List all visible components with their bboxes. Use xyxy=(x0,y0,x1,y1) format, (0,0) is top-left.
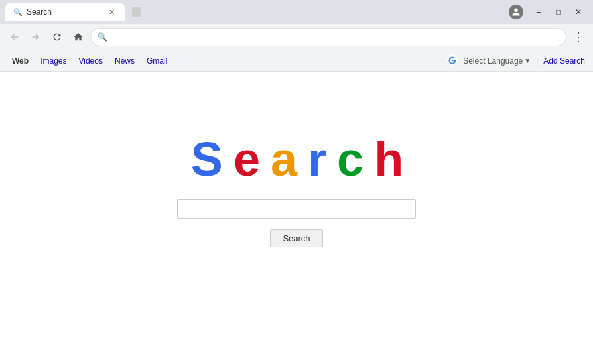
main-content: S e a r c h Search xyxy=(0,72,593,364)
svg-rect-0 xyxy=(132,7,141,17)
more-options-button[interactable]: ⋮ xyxy=(569,28,588,46)
browser-tab[interactable]: 🔍 Search ✕ xyxy=(5,3,125,21)
search-box-container: Search xyxy=(177,199,416,247)
nav-link-web: Web xyxy=(8,54,33,68)
nav-link-news[interactable]: News xyxy=(111,54,139,68)
address-search-icon: 🔍 xyxy=(98,32,107,42)
profile-button[interactable] xyxy=(507,3,525,21)
tab-title: Search xyxy=(27,7,52,17)
nav-link-videos[interactable]: Videos xyxy=(74,54,106,68)
navigation-bar: 🔍 ⋮ xyxy=(0,24,593,50)
select-language-button[interactable]: Select Language ▼ xyxy=(463,56,531,66)
back-button[interactable] xyxy=(5,28,24,46)
logo-letter-c: c xyxy=(337,133,362,186)
add-search-link[interactable]: Add Search xyxy=(543,56,585,66)
minimize-button[interactable]: – xyxy=(529,3,548,21)
logo-letter-s: S xyxy=(191,133,222,186)
logo: S e a r c h xyxy=(191,135,402,183)
window-controls: – □ ✕ xyxy=(507,3,588,21)
bookmarks-right: Select Language ▼ | Add Search xyxy=(447,54,585,67)
nav-link-gmail[interactable]: Gmail xyxy=(143,54,171,68)
bookmarks-bar: Web Images Videos News Gmail Select Lang… xyxy=(0,50,593,72)
google-g-icon xyxy=(447,54,458,67)
tab-favicon: 🔍 xyxy=(13,7,23,17)
profile-avatar xyxy=(509,5,523,19)
logo-letter-r: r xyxy=(308,133,325,186)
reload-button[interactable] xyxy=(48,28,66,46)
address-input[interactable] xyxy=(111,32,559,42)
search-input-wrapper xyxy=(177,199,416,219)
google-flag xyxy=(447,54,458,67)
logo-letter-h: h xyxy=(374,133,402,186)
divider-bar: | xyxy=(536,56,538,66)
logo-letter-e: e xyxy=(233,133,259,186)
main-search-input[interactable] xyxy=(178,200,415,218)
nav-link-images[interactable]: Images xyxy=(36,54,70,68)
select-language-label: Select Language xyxy=(463,56,523,66)
title-bar: 🔍 Search ✕ – □ ✕ xyxy=(0,0,593,24)
logo-letter-a: a xyxy=(271,133,296,186)
close-button[interactable]: ✕ xyxy=(569,3,588,21)
home-button[interactable] xyxy=(69,28,88,46)
address-bar[interactable]: 🔍 xyxy=(90,28,566,46)
maximize-button[interactable]: □ xyxy=(549,3,568,21)
tab-close-button[interactable]: ✕ xyxy=(106,7,117,17)
new-tab-button[interactable] xyxy=(127,3,146,21)
dropdown-icon: ▼ xyxy=(524,57,531,64)
search-button[interactable]: Search xyxy=(270,229,322,247)
forward-button[interactable] xyxy=(27,28,45,46)
logo-container: S e a r c h xyxy=(191,135,402,183)
